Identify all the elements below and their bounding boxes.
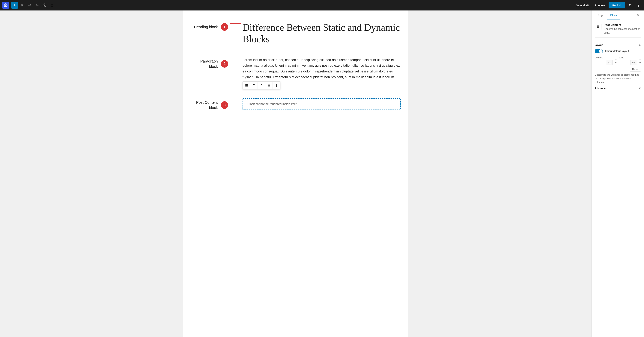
more-options-button[interactable]: ⋮: [635, 2, 642, 8]
up-arrow-icon: ⌃: [260, 84, 262, 87]
post-content-arrow-line: [230, 100, 241, 100]
block-icon-box: ☰: [595, 23, 602, 30]
post-content-annotation-label: Post Content block 3: [191, 98, 228, 110]
settings-button[interactable]: ⚙: [627, 2, 634, 8]
post-content-icon: ☰: [597, 25, 600, 28]
editor-area: Heading block 1 Difference Between Stati…: [0, 10, 592, 337]
post-content-error-box: Block cannot be rendered inside itself.: [242, 98, 401, 110]
heading-badge: 1: [221, 23, 228, 31]
drag-icon: ⠿: [253, 84, 255, 87]
content-width-label: Content: [595, 56, 612, 59]
content-width-icon-btn[interactable]: ≡: [615, 59, 617, 65]
layout-desc: Customize the width for all elements tha…: [595, 73, 641, 84]
block-info-title: Post Content: [604, 23, 641, 26]
gear-icon: ⚙: [629, 3, 632, 7]
sidebar-header: Page Block ✕: [592, 10, 644, 20]
paragraph-arrow-line: [230, 59, 241, 59]
content-width-input[interactable]: [595, 60, 606, 65]
block-drag-button[interactable]: ⠿: [250, 82, 258, 89]
heading-label-text: Heading block: [194, 24, 218, 29]
toggle-knob: [599, 49, 602, 53]
content-width-unit: PX: [606, 60, 612, 65]
main-area: Heading block 1 Difference Between Stati…: [0, 10, 644, 337]
svg-text:W: W: [5, 4, 7, 6]
info-button[interactable]: ⓘ: [41, 2, 48, 8]
full-width-icon: ▤: [268, 84, 270, 87]
heading-block-row: Heading block 1 Difference Between Stati…: [191, 22, 401, 50]
info-icon: ⓘ: [43, 3, 46, 7]
advanced-section-header[interactable]: Advanced ∨: [595, 84, 641, 92]
post-content-badge: 3: [221, 101, 228, 109]
wide-width-align-icon: ≡: [639, 61, 641, 64]
paragraph-block-row: Paragraph block 2 Lorem ipsum dolor sit …: [191, 57, 401, 91]
wide-width-input[interactable]: [619, 60, 630, 65]
list-icon: ☰: [50, 3, 54, 7]
plus-icon: +: [14, 3, 16, 8]
sidebar: Page Block ✕ ☰ Post Content Displays the…: [592, 10, 644, 337]
paragraph-label-text: Paragraph block: [191, 59, 218, 69]
heading-annotation-label: Heading block 1: [191, 22, 228, 31]
undo-button[interactable]: ↩: [26, 2, 33, 8]
list-view-button[interactable]: ☰: [49, 2, 56, 8]
advanced-chevron-icon: ∨: [639, 86, 641, 90]
pencil-icon: ✏: [21, 3, 24, 7]
paragraph-text[interactable]: Lorem ipsum dolor sit amet, consectetur …: [242, 57, 401, 80]
block-info-row: ☰ Post Content Displays the contents of …: [595, 23, 641, 38]
inherit-layout-toggle[interactable]: [595, 49, 603, 53]
heading-content[interactable]: Difference Between Static and Dynamic Bl…: [242, 22, 401, 50]
edit-button[interactable]: ✏: [19, 2, 26, 8]
paragraph-annotation-label: Paragraph block 2: [191, 57, 228, 69]
block-move-button[interactable]: ⌃: [258, 82, 265, 89]
align-icon: ☰: [245, 84, 248, 87]
wordpress-logo[interactable]: W: [2, 2, 9, 8]
content-width-group: Content PX: [595, 56, 612, 65]
content-width-input-row: PX: [595, 60, 612, 65]
more-icon: ⋮: [637, 3, 640, 7]
paragraph-arrow: [230, 57, 241, 59]
width-inputs-row: Content PX ≡ Wide PX ≡: [595, 56, 641, 65]
dots-icon: ⋮: [275, 84, 278, 87]
editor-canvas: Heading block 1 Difference Between Stati…: [183, 10, 408, 337]
tab-page[interactable]: Page: [595, 11, 607, 19]
block-info-desc: Displays the contents of a post or page.: [604, 27, 641, 34]
block-align-button[interactable]: ☰: [243, 82, 250, 89]
inherit-layout-label: Inherit default layout: [605, 50, 629, 53]
save-draft-button[interactable]: Save draft: [574, 2, 591, 8]
advanced-section-title: Advanced: [595, 87, 607, 90]
post-content-label-line1: Post Content: [196, 100, 218, 104]
block-toolbar: ☰ ⠿ ⌃ ▤ ⋮: [242, 81, 280, 89]
wide-width-group: Wide PX: [619, 56, 637, 65]
sidebar-body: ☰ Post Content Displays the contents of …: [592, 20, 644, 337]
redo-button[interactable]: ↪: [34, 2, 40, 8]
add-block-button[interactable]: +: [11, 2, 18, 8]
inherit-layout-row: Inherit default layout: [595, 49, 641, 53]
undo-icon: ↩: [28, 3, 31, 7]
reset-button[interactable]: Reset: [630, 67, 641, 71]
post-content-arrow: [230, 98, 241, 100]
content-width-align-icon: ≡: [615, 61, 616, 64]
reset-row: Reset: [595, 67, 641, 71]
publish-button[interactable]: Publish: [608, 2, 625, 8]
sidebar-close-button[interactable]: ✕: [635, 12, 641, 18]
heading-text[interactable]: Difference Between Static and Dynamic Bl…: [242, 22, 401, 45]
layout-chevron-icon: ∧: [639, 43, 641, 47]
close-icon: ✕: [636, 13, 640, 17]
wide-width-label: Wide: [619, 56, 637, 59]
redo-icon: ↪: [36, 3, 38, 7]
preview-button[interactable]: Preview: [592, 2, 607, 8]
paragraph-content: Lorem ipsum dolor sit amet, consectetur …: [242, 57, 401, 91]
block-info: Post Content Displays the contents of a …: [604, 23, 641, 34]
post-content-block[interactable]: Block cannot be rendered inside itself.: [242, 98, 401, 110]
wide-width-unit: PX: [630, 60, 637, 65]
heading-arrow-line: [230, 23, 241, 24]
wide-width-icon-btn[interactable]: ≡: [639, 59, 641, 65]
layout-section-header[interactable]: Layout ∧: [595, 41, 641, 49]
block-more-button[interactable]: ⋮: [273, 82, 280, 89]
tab-block[interactable]: Block: [607, 11, 620, 19]
post-content-label-line2: block: [209, 106, 218, 110]
paragraph-badge: 2: [221, 60, 228, 68]
layout-section-title: Layout: [595, 43, 603, 46]
block-full-width-button[interactable]: ▤: [265, 82, 273, 89]
wide-width-input-row: PX: [619, 60, 637, 65]
heading-arrow: [230, 22, 241, 24]
